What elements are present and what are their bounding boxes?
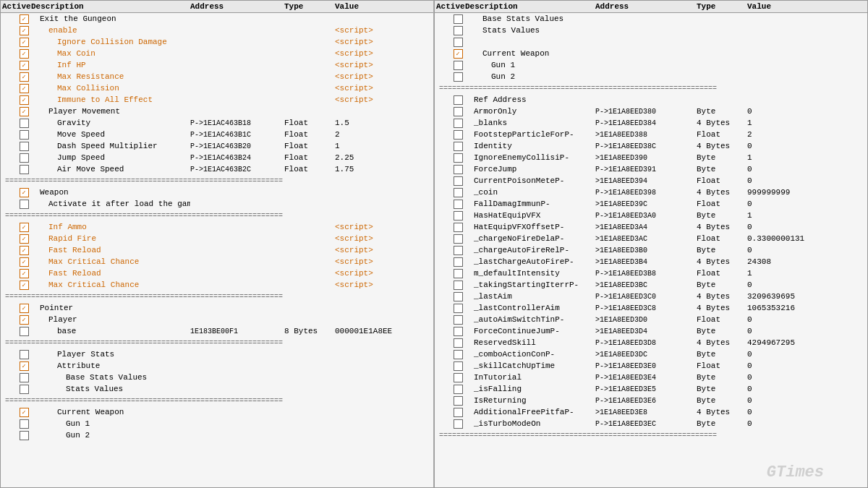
checkbox[interactable] — [451, 211, 465, 221]
checkbox[interactable] — [17, 385, 31, 394]
checkbox[interactable] — [17, 419, 31, 429]
checkbox[interactable] — [17, 49, 31, 59]
checkbox[interactable] — [451, 373, 465, 382]
type-col: Float — [697, 315, 747, 324]
checkbox[interactable] — [451, 130, 465, 140]
checkbox[interactable] — [17, 107, 31, 116]
checkbox[interactable] — [451, 176, 465, 186]
checkbox[interactable] — [451, 361, 465, 371]
checkbox[interactable] — [451, 72, 465, 82]
checkbox[interactable] — [17, 281, 31, 290]
table-row: Fast Reload<script> — [1, 267, 433, 279]
checkbox[interactable] — [451, 95, 465, 105]
desc-col: _blanks — [465, 119, 595, 127]
checkbox[interactable] — [451, 269, 465, 278]
checkbox[interactable] — [17, 269, 31, 278]
checkbox[interactable] — [451, 49, 465, 59]
val-col: 1 — [747, 211, 805, 220]
checkbox[interactable] — [17, 200, 31, 209]
checkbox[interactable] — [17, 142, 31, 151]
desc-col: Gun 2 — [465, 72, 595, 81]
type-col: Byte — [697, 281, 747, 289]
checkbox[interactable] — [17, 61, 31, 70]
checkbox[interactable] — [17, 38, 31, 47]
checkbox[interactable] — [17, 153, 31, 163]
checkbox[interactable] — [17, 14, 31, 24]
checkbox[interactable] — [451, 327, 465, 336]
checkbox[interactable] — [451, 419, 465, 429]
checkbox[interactable] — [451, 234, 465, 244]
left-scroll-area[interactable]: Exit the Gungeonenable<script>Ignore Col… — [1, 13, 433, 484]
checkbox[interactable] — [451, 26, 465, 35]
table-row: Gun 2 — [1, 429, 433, 441]
checkbox[interactable] — [17, 223, 31, 232]
checkbox[interactable] — [451, 61, 465, 70]
checkbox[interactable] — [17, 431, 31, 440]
checkbox[interactable] — [451, 107, 465, 116]
checkbox[interactable] — [451, 14, 465, 24]
checkbox[interactable] — [451, 281, 465, 290]
checkbox[interactable] — [451, 246, 465, 255]
checkbox[interactable] — [17, 165, 31, 174]
table-row: enable<script> — [1, 25, 433, 36]
desc-col: Max Critical Chance — [31, 257, 190, 266]
checkbox[interactable] — [17, 257, 31, 267]
checkbox[interactable] — [17, 361, 31, 371]
left-col-val: Value — [335, 2, 393, 11]
checkbox[interactable] — [17, 350, 31, 359]
checkbox[interactable] — [451, 223, 465, 232]
checkbox[interactable] — [17, 95, 31, 105]
table-row: InTutorialP->1E1A8EED3E4Byte0 — [435, 372, 867, 383]
checkbox[interactable] — [17, 119, 31, 128]
checkbox[interactable] — [17, 373, 31, 382]
table-row: IdentityP->1E1A8EED38C4 Bytes0 — [435, 140, 867, 152]
val-col: 1 — [747, 119, 805, 127]
row-label: _takingStartingIterrP- — [474, 281, 579, 289]
checkbox[interactable] — [17, 304, 31, 313]
checkbox[interactable] — [451, 304, 465, 313]
addr-col: P->1E1A8EED384 — [595, 119, 697, 127]
desc-col: Player — [31, 315, 190, 324]
checkbox[interactable] — [451, 396, 465, 406]
checkbox[interactable] — [17, 130, 31, 140]
checkbox[interactable] — [451, 315, 465, 325]
checkbox[interactable] — [451, 292, 465, 301]
type-col: Float — [284, 119, 335, 127]
checkbox[interactable] — [17, 72, 31, 82]
checkbox[interactable] — [451, 385, 465, 394]
checkbox[interactable] — [451, 142, 465, 151]
table-row: Stats Values — [435, 25, 867, 36]
desc-col: Current Weapon — [31, 408, 190, 416]
checkbox[interactable] — [451, 38, 465, 47]
checkbox[interactable] — [451, 153, 465, 163]
checkbox[interactable] — [451, 165, 465, 174]
checkbox[interactable] — [451, 257, 465, 267]
checkbox[interactable] — [17, 315, 31, 325]
checkbox[interactable] — [451, 200, 465, 209]
desc-col: Gravity — [31, 119, 190, 127]
val-col: <script> — [335, 26, 393, 35]
checkbox[interactable] — [451, 119, 465, 128]
checkbox[interactable] — [17, 246, 31, 255]
type-col: Byte — [697, 385, 747, 393]
checkbox[interactable] — [451, 188, 465, 197]
checkbox[interactable] — [17, 327, 31, 336]
table-row: _comboActionConP->1E1A8EED3DCByte0 — [435, 348, 867, 360]
checkbox[interactable] — [17, 234, 31, 244]
checkbox[interactable] — [451, 338, 465, 348]
right-scroll-area[interactable]: Base Stats ValuesStats ValuesCurrent Wea… — [435, 13, 867, 484]
row-label: Max Coin — [57, 49, 95, 58]
checkbox[interactable] — [17, 408, 31, 417]
type-col: Float — [697, 361, 747, 370]
checkbox[interactable] — [17, 84, 31, 93]
row-label: Max Critical Chance — [48, 257, 139, 266]
checkbox[interactable] — [17, 188, 31, 197]
val-col: 0.3300000131 — [747, 234, 805, 243]
checkbox[interactable] — [451, 350, 465, 359]
row-label: ReservedSkill — [474, 338, 536, 347]
val-col: 2 — [335, 130, 393, 139]
desc-col: Gun 1 — [465, 61, 595, 69]
checkbox[interactable] — [17, 26, 31, 35]
row-label: Rapid Fire — [48, 234, 96, 243]
checkbox[interactable] — [451, 408, 465, 417]
